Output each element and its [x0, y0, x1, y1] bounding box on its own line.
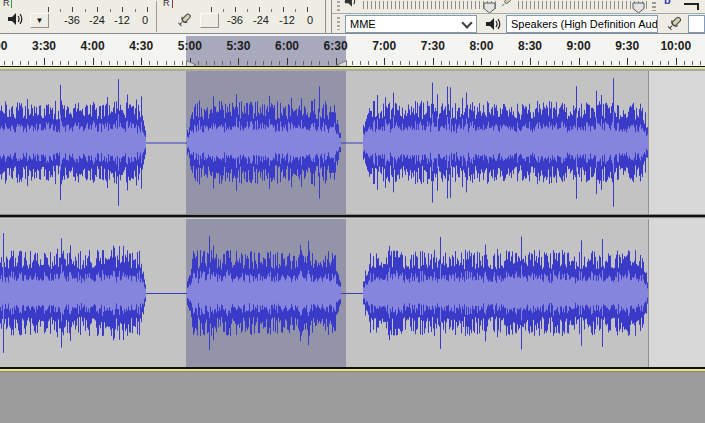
ruler-minor-tick — [101, 61, 102, 65]
ruler-time-label: 5:00 — [178, 39, 202, 53]
ruler-minor-tick — [85, 61, 86, 65]
ruler-minor-tick — [271, 61, 272, 65]
pane-divider — [325, 0, 326, 33]
timeline-selection[interactable] — [186, 36, 346, 66]
ruler-minor-tick — [490, 61, 491, 65]
toolbar-grip[interactable] — [652, 2, 656, 11]
ruler-minor-tick — [554, 61, 555, 65]
ruler-minor-tick — [506, 61, 507, 65]
ruler-minor-tick — [230, 61, 231, 65]
ruler-minor-tick — [449, 61, 450, 65]
ruler-minor-tick — [619, 61, 620, 65]
ruler-minor-tick — [149, 61, 150, 65]
ruler-minor-tick — [311, 61, 312, 65]
empty-track-area[interactable] — [0, 372, 705, 423]
ruler-minor-tick — [514, 61, 515, 65]
waveform-right-channel[interactable] — [0, 219, 705, 367]
ruler-time-label: 9:30 — [615, 39, 639, 53]
ruler-time-label: 4:30 — [129, 39, 153, 53]
ruler-major-tick — [141, 58, 142, 65]
selection-end-handle[interactable] — [336, 56, 347, 66]
ruler-minor-tick — [660, 61, 661, 65]
ruler-minor-tick — [319, 61, 320, 65]
ruler-major-tick — [530, 58, 531, 65]
ruler-minor-tick — [538, 61, 539, 65]
mixer-toolbar-sliver: ºb — [332, 0, 705, 14]
clipped-icon-fragment: ºb — [660, 0, 671, 6]
ruler-minor-tick — [522, 61, 523, 65]
ruler-minor-tick — [425, 61, 426, 65]
ruler-minor-tick — [12, 61, 13, 65]
ruler-time-label: 6:00 — [275, 39, 299, 53]
ruler-minor-tick — [117, 61, 118, 65]
playback-meter-dropdown-button[interactable]: ▼ — [30, 13, 49, 28]
input-device-select-partial[interactable] — [688, 15, 705, 33]
ruler-minor-tick — [303, 61, 304, 65]
ruler-minor-tick — [4, 61, 5, 65]
ruler-minor-tick — [700, 61, 701, 65]
speaker-icon — [344, 0, 359, 13]
ruler-minor-tick — [611, 61, 612, 65]
chevron-down-icon[interactable] — [461, 17, 472, 28]
recording-scale--24: -24 — [253, 14, 269, 26]
ruler-major-tick — [433, 58, 434, 65]
audacity-window: R ▼ -36 -24 -12 0 R — [0, 0, 705, 423]
ruler-minor-tick — [295, 61, 296, 65]
ruler-minor-tick — [603, 61, 604, 65]
selection-start-handle[interactable] — [186, 56, 197, 66]
output-device-value: Speakers (High Definition Audio — [507, 18, 658, 30]
ruler-minor-tick — [392, 61, 393, 65]
output-volume-slider-handle[interactable] — [483, 0, 496, 14]
ruler-minor-tick — [400, 61, 401, 65]
ruler-minor-tick — [684, 61, 685, 65]
recording-volume-slider[interactable] — [518, 1, 647, 9]
speaker-icon[interactable] — [7, 11, 24, 31]
ruler-minor-tick — [76, 61, 77, 65]
waveform-left-channel[interactable] — [0, 71, 705, 214]
toolbar-dock: R ▼ -36 -24 -12 0 R — [0, 0, 705, 33]
ruler-time-label: 9:00 — [567, 39, 591, 53]
recording-scale-0: 0 — [307, 14, 313, 26]
ruler-minor-tick — [441, 61, 442, 65]
mixer-toolbar-grip[interactable] — [337, 1, 340, 12]
microphone-icon — [498, 0, 514, 14]
ruler-minor-tick — [157, 61, 158, 65]
ruler-minor-tick — [263, 61, 264, 65]
microphone-icon[interactable] — [174, 10, 194, 34]
ruler-minor-tick — [328, 61, 329, 65]
ruler-minor-tick — [465, 61, 466, 65]
device-toolbar-grip[interactable] — [337, 17, 340, 30]
ruler-minor-tick — [652, 61, 653, 65]
ruler-minor-tick — [133, 61, 134, 65]
ruler-minor-tick — [28, 61, 29, 65]
ruler-minor-tick — [109, 61, 110, 65]
ruler-minor-tick — [20, 61, 21, 65]
ruler-minor-tick — [635, 61, 636, 65]
output-volume-slider[interactable] — [363, 1, 499, 9]
recording-scale--12: -12 — [279, 14, 295, 26]
ruler-minor-tick — [546, 61, 547, 65]
audio-track — [0, 71, 705, 214]
audio-host-value: MME — [346, 18, 461, 30]
ruler-minor-tick — [125, 61, 126, 65]
ruler-time-label: 8:00 — [469, 39, 493, 53]
toolbar-separator — [156, 1, 157, 32]
timeline-ruler[interactable]: 3:003:304:004:305:005:306:006:307:007:30… — [0, 33, 705, 66]
ruler-minor-tick — [562, 61, 563, 65]
audio-host-select[interactable]: MME — [345, 15, 477, 33]
ruler-minor-tick — [643, 61, 644, 65]
ruler-time-label: 5:30 — [226, 39, 250, 53]
ruler-major-tick — [93, 58, 94, 65]
audio-track — [0, 219, 705, 367]
ruler-minor-tick — [587, 61, 588, 65]
ruler-time-label: 3:00 — [0, 39, 7, 53]
ruler-time-label: 7:00 — [372, 39, 396, 53]
ruler-minor-tick — [255, 61, 256, 65]
recording-meter-channel-label: R — [163, 0, 170, 8]
ruler-minor-tick — [352, 61, 353, 65]
output-device-select[interactable]: Speakers (High Definition Audio — [506, 15, 658, 33]
recording-volume-slider-handle[interactable] — [632, 0, 645, 14]
ruler-minor-tick — [368, 61, 369, 65]
ruler-minor-tick — [214, 61, 215, 65]
recording-meter-dropdown-button[interactable] — [200, 13, 219, 28]
